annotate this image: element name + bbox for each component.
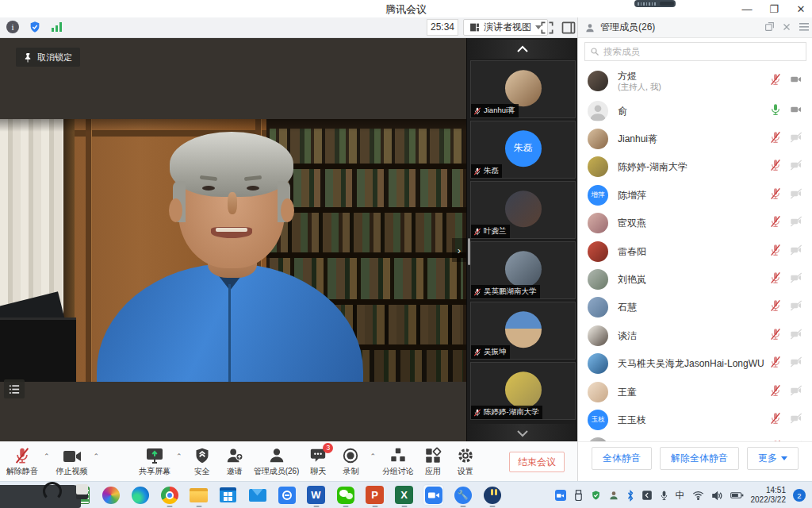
chrome-app-icon[interactable]: [159, 485, 179, 505]
taskbar-clock[interactable]: 14:51 2022/3/22: [751, 486, 787, 505]
network-signal-icon[interactable]: [51, 21, 63, 33]
tray-meeting-icon[interactable]: [555, 490, 566, 501]
powerpoint-app-icon[interactable]: P: [365, 485, 385, 505]
member-mic-button[interactable]: [769, 356, 782, 371]
bluetooth-icon[interactable]: [626, 490, 634, 502]
explorer-app-icon[interactable]: [189, 485, 209, 505]
member-row[interactable]: 刘艳岚: [578, 265, 812, 293]
wechat-app-icon[interactable]: [335, 485, 355, 505]
unpin-button[interactable]: 取消锁定: [16, 48, 80, 67]
member-mic-button[interactable]: [769, 73, 782, 89]
member-row[interactable]: 石慧: [578, 294, 812, 321]
toolbar-invite-button[interactable]: 邀请: [221, 447, 248, 477]
side-panel-icon[interactable]: [561, 20, 576, 36]
scroll-down-button[interactable]: [467, 424, 578, 443]
member-camera-button[interactable]: [790, 412, 802, 428]
scroll-up-button[interactable]: [467, 40, 578, 59]
excel-app-icon[interactable]: X: [394, 485, 414, 505]
notification-badge[interactable]: 2: [793, 489, 806, 502]
unmute-all-button[interactable]: 解除全体静音: [660, 447, 739, 470]
member-mic-button[interactable]: [769, 131, 782, 147]
member-mic-button[interactable]: [769, 271, 782, 287]
store-app-icon[interactable]: [218, 485, 238, 505]
member-row[interactable]: 宦双燕: [578, 210, 812, 237]
maximize-button[interactable]: ❐: [768, 3, 780, 15]
video-thumbnail[interactable]: 朱磊朱磊: [470, 121, 576, 179]
participant-list-toggle[interactable]: [4, 379, 25, 398]
member-search-input[interactable]: [603, 47, 801, 56]
battery-icon[interactable]: [730, 491, 744, 500]
member-row[interactable]: Jianhui蒋: [578, 125, 812, 152]
volume-icon[interactable]: [711, 491, 723, 501]
mute-all-button[interactable]: 全体静音: [592, 447, 652, 470]
video-thumbnail[interactable]: Jianhui蒋: [470, 60, 576, 118]
member-camera-button[interactable]: [790, 328, 802, 344]
toolbar-members-button[interactable]: 管理成员(26): [254, 447, 300, 477]
member-camera-button[interactable]: [790, 187, 802, 203]
ime-indicator[interactable]: 中: [676, 489, 685, 502]
close-button[interactable]: ✕: [795, 3, 807, 15]
member-mic-button[interactable]: [769, 187, 782, 203]
member-camera-button[interactable]: [790, 244, 802, 260]
wifi-icon[interactable]: [692, 491, 704, 500]
member-row[interactable]: 王童: [578, 378, 812, 406]
video-thumbnail[interactable]: 叶龚兰: [470, 181, 576, 239]
close-panel-icon[interactable]: [782, 22, 791, 32]
assistant-app-icon[interactable]: 🔧: [453, 485, 473, 505]
panel-menu-icon[interactable]: [799, 23, 809, 31]
meeting-info-icon[interactable]: i: [6, 21, 19, 33]
collapse-strip-handle[interactable]: ›: [452, 238, 466, 262]
popout-icon[interactable]: [764, 21, 775, 32]
member-row[interactable]: 增萍陈增萍: [578, 181, 812, 209]
toolbar-apps-button[interactable]: 应用: [419, 447, 446, 477]
defender-icon[interactable]: [591, 490, 601, 501]
member-mic-button[interactable]: [769, 244, 782, 260]
security-shield-icon[interactable]: [29, 21, 41, 33]
member-mic-button[interactable]: [769, 328, 782, 344]
member-camera-button[interactable]: [790, 356, 802, 371]
member-row[interactable]: 俞: [578, 97, 812, 125]
member-mic-button[interactable]: [769, 412, 782, 428]
project-icon[interactable]: [642, 490, 653, 501]
tencent-meeting-app-icon[interactable]: [423, 485, 443, 505]
expand-options-chevron[interactable]: ⌃: [370, 452, 376, 460]
toolbar-breakout-button[interactable]: 分组讨论: [382, 447, 414, 477]
member-mic-button[interactable]: [769, 384, 782, 400]
microphone-tray-icon[interactable]: [660, 490, 668, 502]
video-thumbnail[interactable]: 吴振坤: [470, 302, 576, 360]
cloud-app-icon[interactable]: [482, 485, 502, 505]
word-app-icon[interactable]: W: [306, 485, 326, 505]
member-row[interactable]: 方煜(主持人, 我): [578, 65, 812, 97]
remote-app-icon[interactable]: [277, 485, 297, 505]
toolbar-mic-muted-button[interactable]: 解除静音: [6, 447, 38, 477]
video-thumbnail[interactable]: 吴英鹏湖南大学: [470, 241, 576, 299]
member-mic-button[interactable]: [769, 215, 782, 231]
member-camera-button[interactable]: [790, 215, 802, 231]
member-camera-button[interactable]: [790, 103, 802, 119]
toolbar-settings-button[interactable]: 设置: [452, 447, 479, 477]
view-mode-button[interactable]: 演讲者视图: [463, 19, 548, 36]
contact-icon[interactable]: [608, 490, 619, 501]
member-camera-button[interactable]: [790, 271, 802, 287]
member-row[interactable]: 天马椎夫吴海龙JasonHai-LongWU: [578, 350, 812, 378]
toolbar-record-button[interactable]: 录制: [337, 447, 364, 477]
member-camera-button[interactable]: [790, 384, 802, 400]
edge-app-icon[interactable]: [130, 485, 150, 505]
toolbar-camera-button[interactable]: 停止视频: [56, 447, 88, 477]
member-camera-button[interactable]: [790, 131, 802, 147]
toolbar-chat-button[interactable]: 3聊天: [304, 447, 331, 477]
member-camera-button[interactable]: [790, 299, 802, 315]
member-mic-button[interactable]: [769, 159, 782, 175]
paint-app-icon[interactable]: [101, 485, 121, 505]
video-thumbnail[interactable]: 陈婷婷-湖南大学: [470, 362, 576, 420]
expand-options-chevron[interactable]: ⌃: [176, 452, 182, 460]
member-mic-button[interactable]: [769, 103, 782, 119]
member-row[interactable]: 玉枝王玉枝: [578, 406, 812, 433]
expand-options-chevron[interactable]: ⌃: [94, 452, 100, 460]
member-camera-button[interactable]: [790, 159, 802, 175]
end-meeting-button[interactable]: 结束会议: [509, 452, 565, 472]
member-row[interactable]: 雷春阳: [578, 237, 812, 265]
mail-app-icon[interactable]: [247, 485, 267, 505]
toolbar-share-button[interactable]: 共享屏幕: [139, 447, 170, 477]
more-button[interactable]: 更多: [747, 447, 799, 470]
